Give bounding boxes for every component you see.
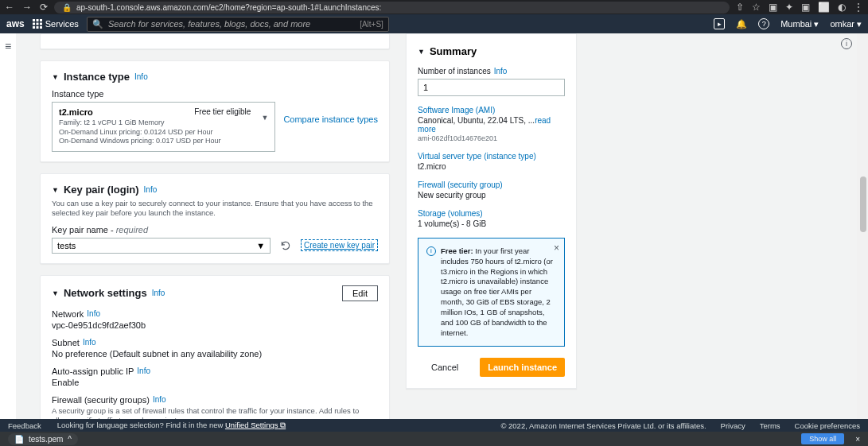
search-icon: 🔍 (92, 19, 103, 29)
cookies-link[interactable]: Cookie preferences (795, 421, 860, 430)
instance-type-label: Instance type (52, 89, 378, 99)
privacy-link[interactable]: Privacy (721, 421, 745, 430)
close-icon[interactable]: × (554, 242, 559, 254)
info-link[interactable]: Info (137, 366, 150, 375)
share-icon[interactable]: ⇧ (736, 2, 744, 13)
subnet-val: No preference (Default subnet in any ava… (52, 349, 378, 359)
svg-rect-3 (33, 23, 35, 25)
puzzle-icon[interactable]: ✦ (785, 2, 793, 13)
vtype-link[interactable]: Virtual server type (instance type) (418, 152, 565, 161)
ami-id: ami-062df10d14676e201 (418, 134, 565, 142)
copyright: © 2022, Amazon Internet Services Private… (500, 421, 706, 430)
terms-link[interactable]: Terms (760, 421, 780, 430)
auto-ip-val: Enable (52, 378, 378, 387)
pause-icon[interactable]: ⬜ (818, 2, 830, 13)
num-instances-input[interactable] (418, 79, 565, 96)
summary-card: ▼ Summary Number of instances Info Softw… (406, 33, 577, 389)
network-card: ▼ Network settings Info Edit Network Inf… (40, 275, 390, 419)
services-button[interactable]: Services (33, 19, 79, 29)
storage-link[interactable]: Storage (volumes) (418, 209, 565, 218)
svg-rect-0 (33, 19, 35, 21)
svg-rect-7 (36, 26, 38, 29)
collapse-icon[interactable]: ▼ (52, 289, 59, 297)
help-icon[interactable]: ? (758, 18, 769, 29)
create-keypair-link[interactable]: Create new key pair (301, 239, 378, 251)
instance-type-title: Instance type (64, 71, 130, 83)
info-link[interactable]: Info (134, 72, 148, 81)
address-bar[interactable]: 🔒 ap-south-1.console.aws.amazon.com/ec2/… (54, 2, 730, 14)
close-icon[interactable]: × (855, 435, 860, 444)
sidebar-toggle[interactable]: ≡ (0, 33, 16, 419)
lock-icon: 🔒 (62, 3, 72, 12)
info-link[interactable]: Info (494, 67, 508, 76)
reload-icon[interactable]: ⟳ (40, 2, 48, 13)
ext2-icon[interactable]: ▣ (801, 2, 810, 13)
back-icon[interactable]: ← (5, 2, 14, 13)
info-link[interactable]: Info (83, 338, 96, 347)
ext1-icon[interactable]: ▣ (769, 2, 777, 13)
aws-nav-bar: aws Services 🔍 Search for services, feat… (0, 14, 868, 33)
search-hint: [Alt+S] (360, 20, 383, 29)
download-bar: 📄 tests.pem ^ Show all × (0, 432, 868, 446)
scrollbar[interactable] (857, 33, 868, 419)
keypair-label: Key pair name - required (52, 225, 378, 235)
browser-chrome: ← → ⟳ 🔒 ap-south-1.console.aws.amazon.co… (0, 0, 868, 14)
svg-rect-5 (40, 23, 42, 25)
url-text: ap-south-1.console.aws.amazon.com/ec2/ho… (76, 3, 381, 12)
search-input[interactable]: 🔍 Search for services, features, blogs, … (87, 17, 389, 32)
aws-footer: Feedback Looking for language selection?… (0, 419, 868, 432)
aws-logo[interactable]: aws (6, 18, 25, 29)
info-link[interactable]: Info (144, 185, 158, 194)
info-link[interactable]: Info (87, 309, 100, 318)
search-placeholder: Search for services, features, blogs, do… (108, 19, 310, 29)
forward-icon[interactable]: → (22, 2, 32, 13)
network-title: Network settings (64, 287, 147, 299)
bell-icon[interactable]: 🔔 (736, 19, 747, 29)
keypair-title: Key pair (login) (64, 184, 139, 196)
instance-type-select[interactable]: t2.micro Family: t2 1 vCPU 1 GiB Memory … (52, 102, 275, 152)
download-item[interactable]: 📄 tests.pem ^ (8, 433, 78, 445)
info-link[interactable]: Info (153, 395, 166, 404)
fw-desc: A security group is a set of firewall ru… (52, 406, 378, 419)
compare-link[interactable]: Compare instance types (283, 102, 378, 124)
svg-rect-8 (40, 26, 42, 29)
vpc-id: vpc-0e951dc9fd2aef30b (52, 320, 378, 330)
free-tier-info: i Free tier: Free tier: In your first ye… (418, 238, 565, 347)
profile-icon[interactable]: ◐ (838, 2, 846, 13)
keypair-select[interactable]: tests ▼ (52, 238, 271, 254)
chevron-down-icon: ▼ (256, 241, 265, 250)
grid-icon (33, 19, 42, 29)
menu-icon[interactable]: ⋮ (854, 2, 863, 13)
svg-rect-2 (40, 19, 42, 21)
collapse-icon[interactable]: ▼ (52, 186, 59, 194)
keypair-desc: You can use a key pair to securely conne… (52, 199, 378, 219)
info-link[interactable]: Info (152, 289, 165, 297)
instance-type-card: ▼ Instance type Info Instance type t2.mi… (40, 60, 390, 162)
show-all-button[interactable]: Show all (801, 433, 844, 444)
cloudshell-icon[interactable]: ▸ (714, 18, 725, 29)
refresh-button[interactable] (278, 239, 293, 253)
svg-rect-1 (36, 19, 38, 21)
chevron-down-icon: ▼ (261, 114, 268, 122)
chevron-up-icon: ^ (68, 435, 72, 444)
launch-button[interactable]: Launch instance (480, 358, 565, 377)
ami-link[interactable]: Software Image (AMI) (418, 106, 565, 114)
user-menu[interactable]: omkar ▾ (830, 19, 862, 29)
info-icon: i (426, 246, 436, 256)
region-selector[interactable]: Mumbai ▾ (780, 19, 819, 29)
star-icon[interactable]: ☆ (752, 2, 761, 13)
prev-section-card (40, 33, 390, 49)
cancel-button[interactable]: Cancel (418, 358, 472, 377)
collapse-icon[interactable]: ▼ (52, 73, 59, 81)
keypair-card: ▼ Key pair (login) Info You can use a ke… (40, 173, 390, 264)
svg-rect-6 (33, 26, 35, 29)
unified-settings-link[interactable]: Unified Settings ⧉ (225, 421, 286, 429)
feedback-link[interactable]: Feedback (8, 421, 41, 430)
help-panel-icon[interactable]: i (841, 38, 852, 49)
svg-rect-4 (36, 23, 38, 25)
scrollbar-thumb[interactable] (860, 176, 866, 232)
fw-link[interactable]: Firewall (security group) (418, 180, 565, 189)
collapse-icon[interactable]: ▼ (418, 48, 425, 56)
file-icon: 📄 (14, 435, 24, 444)
edit-button[interactable]: Edit (342, 285, 378, 301)
